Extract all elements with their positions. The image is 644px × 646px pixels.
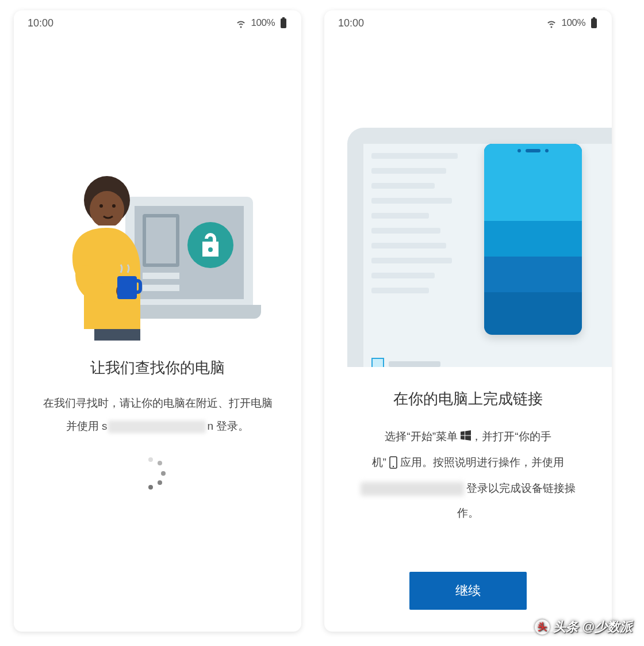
battery-icon	[590, 17, 598, 29]
phone-screen-right: 10:00 100%	[324, 10, 612, 632]
svg-point-5	[112, 204, 116, 208]
wifi-icon	[235, 17, 247, 29]
svg-rect-1	[281, 18, 286, 28]
battery-icon	[279, 17, 288, 29]
status-battery-text: 100%	[251, 17, 275, 29]
continue-button[interactable]: 继续	[409, 572, 527, 610]
svg-rect-11	[591, 18, 597, 28]
svg-point-4	[99, 204, 103, 208]
person-illustration	[60, 168, 169, 341]
phone-mockup-icon	[484, 144, 582, 335]
redacted-account	[361, 482, 464, 496]
page-description: 选择“开始”菜单 ，并打开“你的手 机” 应用。按照说明进行操作，并使用 登录以…	[345, 424, 591, 526]
watermark: 头 头条 @少数派	[535, 618, 632, 636]
illustration-find-pc	[60, 168, 255, 341]
windows-icon	[461, 425, 471, 450]
status-time: 10:00	[28, 17, 53, 29]
status-battery-text: 100%	[562, 17, 585, 29]
wifi-icon	[546, 17, 557, 29]
svg-rect-0	[282, 17, 285, 18]
illustration-complete-link	[347, 128, 612, 369]
status-bar: 10:00 100%	[14, 10, 301, 36]
redacted-email	[108, 421, 206, 433]
status-bar: 10:00 100%	[324, 10, 612, 36]
svg-rect-10	[593, 17, 595, 18]
watermark-logo-icon: 头	[535, 620, 550, 634]
page-title: 让我们查找你的电脑	[37, 358, 278, 378]
page-title: 在你的电脑上完成链接	[345, 389, 591, 409]
status-time: 10:00	[338, 17, 364, 29]
svg-point-13	[393, 466, 394, 467]
lock-icon	[187, 222, 233, 268]
svg-point-3	[90, 191, 124, 228]
page-description: 在我们寻找时，请让你的电脑在附近、打开电脑 并使用 sn 登录。	[32, 392, 283, 438]
phone-screen-left: 10:00 100%	[14, 10, 301, 632]
loading-spinner	[140, 455, 175, 490]
phone-icon	[389, 450, 397, 476]
